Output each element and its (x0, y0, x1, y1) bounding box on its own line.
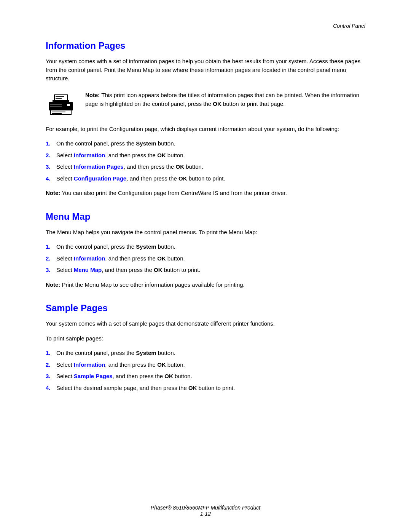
section2-steps: 1. On the control panel, press the Syste… (46, 243, 365, 275)
svg-rect-8 (56, 96, 64, 97)
section2-bottom-note: Note: Print the Menu Map to see other in… (46, 281, 365, 289)
step-content: Select Configuration Page, and then pres… (56, 174, 365, 183)
step-content: Select Information Pages, and then press… (56, 163, 365, 171)
section1-bottom-note: Note: You can also print the Configurati… (46, 189, 365, 198)
page-container: Control Panel Information Pages Your sys… (0, 0, 411, 532)
section2: Menu Map The Menu Map helps you navigate… (46, 211, 365, 289)
section3-title: Sample Pages (46, 303, 365, 313)
note-body: This print icon appears before the title… (85, 92, 359, 107)
footer-line1: Phaser® 8510/8560MFP Multifunction Produ… (0, 505, 411, 511)
svg-rect-2 (52, 112, 65, 112)
printer-svg (47, 91, 75, 116)
section1-steps: 1. On the control panel, press the Syste… (46, 139, 365, 183)
printer-icon (46, 91, 76, 117)
step-num: 3. (46, 163, 56, 171)
step-num: 3. (46, 266, 56, 275)
svg-rect-9 (56, 98, 62, 99)
footer-line2: 1-12 (0, 511, 411, 517)
section1-intro: Your system comes with a set of informat… (46, 57, 365, 83)
note-label: Note: (85, 92, 100, 98)
step-num: 2. (46, 151, 56, 160)
step-content: Select the desired sample page, and then… (56, 384, 365, 393)
list-item: 2. Select Information, and then press th… (46, 151, 365, 160)
note-box: Note: This print icon appears before the… (46, 91, 365, 117)
section2-title: Menu Map (46, 211, 365, 222)
section1-example: For example, to print the Configuration … (46, 125, 365, 134)
list-item: 3. Select Information Pages, and then pr… (46, 163, 365, 171)
header-right: Control Panel (46, 23, 365, 29)
step-content: Select Information, and then press the O… (56, 361, 365, 369)
note-content: Note: This print icon appears before the… (85, 91, 365, 109)
step-num: 1. (46, 349, 56, 358)
menu-map-link: Menu Map (74, 267, 102, 273)
info-link2: Information (74, 255, 105, 262)
header-control-panel: Control Panel (333, 23, 365, 29)
step-content: Select Sample Pages, and then press the … (56, 372, 365, 381)
svg-rect-7 (55, 95, 67, 100)
section3: Sample Pages Your system comes with a se… (46, 303, 365, 392)
step-num: 1. (46, 243, 56, 251)
section3-intro: Your system comes with a set of sample p… (46, 320, 365, 328)
section3-steps: 1. On the control panel, press the Syste… (46, 349, 365, 392)
step-num: 3. (46, 372, 56, 381)
list-item: 1. On the control panel, press the Syste… (46, 349, 365, 358)
list-item: 2. Select Information, and then press th… (46, 361, 365, 369)
step-content: On the control panel, press the System b… (56, 349, 365, 358)
step-num: 2. (46, 361, 56, 369)
svg-rect-11 (50, 104, 62, 105)
step-content: On the control panel, press the System b… (56, 243, 365, 251)
step-num: 2. (46, 254, 56, 263)
svg-rect-12 (50, 106, 62, 107)
info-link3: Information (74, 361, 105, 368)
list-item: 3. Select Menu Map, and then press the O… (46, 266, 365, 275)
step-content: Select Information, and then press the O… (56, 254, 365, 263)
step-content: Select Menu Map, and then press the OK b… (56, 266, 365, 275)
svg-rect-10 (67, 104, 70, 106)
section1-title: Information Pages (46, 40, 365, 51)
section2-intro: The Menu Map helps you navigate the cont… (46, 228, 365, 237)
note-label-inline: Note: (46, 190, 60, 196)
info-pages-link: Information Pages (74, 163, 124, 170)
step-content: Select Information, and then press the O… (56, 151, 365, 160)
list-item: 1. On the control panel, press the Syste… (46, 243, 365, 251)
step-num: 4. (46, 384, 56, 393)
config-page-link: Configuration Page (74, 175, 126, 182)
sample-pages-link: Sample Pages (74, 373, 113, 379)
step-content: On the control panel, press the System b… (56, 139, 365, 148)
list-item: 1. On the control panel, press the Syste… (46, 139, 365, 148)
list-item: 2. Select Information, and then press th… (46, 254, 365, 263)
info-link: Information (74, 152, 105, 158)
step-num: 1. (46, 139, 56, 148)
svg-rect-3 (52, 113, 62, 114)
step-num: 4. (46, 174, 56, 183)
note-label-inline2: Note: (46, 281, 60, 288)
footer: Phaser® 8510/8560MFP Multifunction Produ… (0, 505, 411, 517)
list-item: 4. Select Configuration Page, and then p… (46, 174, 365, 183)
section3-to-print: To print sample pages: (46, 334, 365, 343)
list-item: 4. Select the desired sample page, and t… (46, 384, 365, 393)
list-item: 3. Select Sample Pages, and then press t… (46, 372, 365, 381)
